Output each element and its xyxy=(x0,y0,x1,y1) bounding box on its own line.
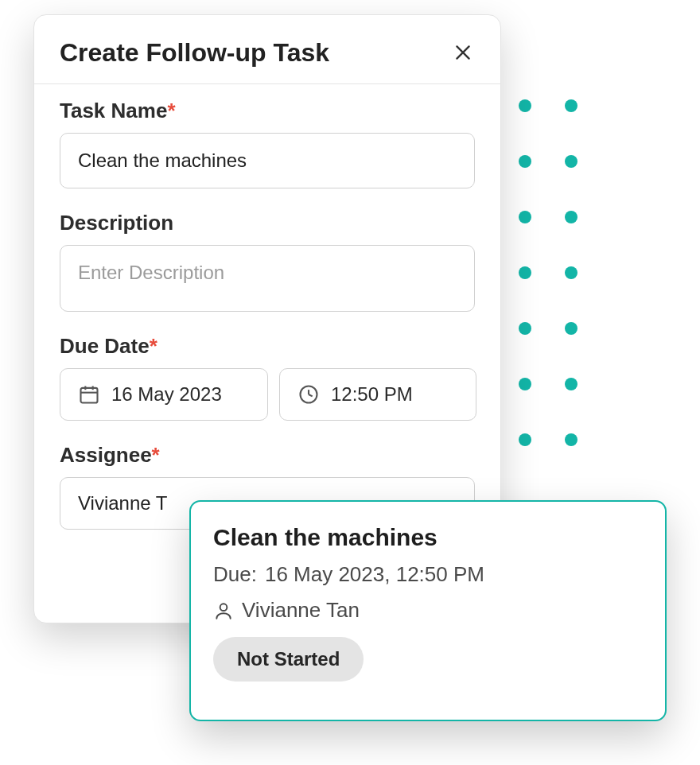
assignee-label-text: Assignee xyxy=(60,443,152,467)
task-card-assignee: Vivianne Tan xyxy=(242,598,360,623)
time-picker[interactable]: 12:50 PM xyxy=(279,368,476,421)
task-name-label: Task Name* xyxy=(60,99,475,123)
status-badge: Not Started xyxy=(213,637,364,682)
decorative-dot xyxy=(519,433,531,446)
decorative-dot xyxy=(519,378,531,390)
required-marker: * xyxy=(150,334,158,358)
description-field: Description Enter Description xyxy=(60,211,475,312)
date-value: 16 May 2023 xyxy=(111,383,222,406)
description-placeholder: Enter Description xyxy=(78,262,224,284)
decorative-dot xyxy=(519,155,531,168)
decorative-dot xyxy=(519,322,531,335)
due-date-label-text: Due Date xyxy=(60,334,150,358)
decorative-dot xyxy=(565,99,578,112)
decorative-dot xyxy=(565,433,578,446)
calendar-icon xyxy=(78,383,100,406)
task-card-due: Due: 16 May 2023, 12:50 PM xyxy=(213,562,643,587)
decorative-dot xyxy=(565,322,578,335)
decorative-dot xyxy=(519,99,531,112)
close-icon xyxy=(453,42,473,63)
required-marker: * xyxy=(152,443,160,467)
decorative-dot xyxy=(519,211,531,223)
description-label: Description xyxy=(60,211,475,235)
assignee-value: Vivianne T xyxy=(78,492,168,514)
due-date-field: Due Date* 16 May 2023 12:50 PM xyxy=(60,334,475,421)
task-card-assignee-line: Vivianne Tan xyxy=(213,598,643,623)
task-name-value: Clean the machines xyxy=(78,150,247,172)
task-card-due-value: 16 May 2023, 12:50 PM xyxy=(265,562,484,587)
decorative-dot xyxy=(565,211,578,223)
date-picker[interactable]: 16 May 2023 xyxy=(60,368,268,421)
decorative-dot xyxy=(519,266,531,279)
task-card-due-prefix: Due: xyxy=(213,562,257,587)
decorative-dot-grid xyxy=(519,99,578,446)
svg-rect-2 xyxy=(81,388,98,403)
person-icon xyxy=(213,600,234,621)
svg-line-8 xyxy=(309,394,313,396)
clock-icon xyxy=(298,383,320,406)
svg-point-9 xyxy=(220,604,228,611)
description-input[interactable]: Enter Description xyxy=(60,245,475,312)
decorative-dot xyxy=(565,378,578,390)
close-button[interactable] xyxy=(448,37,478,68)
assignee-label: Assignee* xyxy=(60,443,475,468)
required-marker: * xyxy=(167,99,175,122)
task-card-title: Clean the machines xyxy=(213,524,643,551)
modal-body: Task Name* Clean the machines Descriptio… xyxy=(34,84,500,530)
task-name-field: Task Name* Clean the machines xyxy=(60,99,475,188)
task-name-input[interactable]: Clean the machines xyxy=(60,133,475,188)
time-value: 12:50 PM xyxy=(331,383,413,406)
due-date-label: Due Date* xyxy=(60,334,475,359)
decorative-dot xyxy=(565,266,578,279)
modal-title: Create Follow-up Task xyxy=(60,38,329,68)
task-summary-card[interactable]: Clean the machines Due: 16 May 2023, 12:… xyxy=(189,500,667,721)
task-name-label-text: Task Name xyxy=(60,99,167,122)
decorative-dot xyxy=(565,155,578,168)
modal-header: Create Follow-up Task xyxy=(34,15,500,84)
